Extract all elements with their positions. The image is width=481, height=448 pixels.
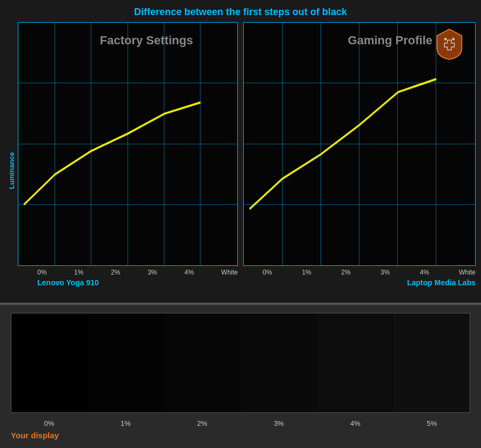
chart-inner-factory: 3% 2% 1% 0% Factory Settings 0%	[18, 22, 238, 287]
x-axis-labels-factory: 0% 1% 2% 3% 4% White	[18, 269, 238, 276]
your-display-area	[11, 313, 470, 413]
chart-factory: Luminance	[5, 22, 238, 287]
chart-inner-gaming: 3% 2% 1% 0% Gaming Profile	[243, 22, 476, 287]
factory-device-label: Lenovo Yoga 910	[37, 278, 99, 287]
chart-plot-gaming: 3% 2% 1% 0% Gaming Profile	[243, 22, 476, 266]
y-axis-label-factory: Luminance	[5, 22, 18, 287]
chart-plot-factory: 3% 2% 1% 0% Factory Settings	[18, 22, 238, 266]
chart-title: Difference between the first steps out o…	[0, 0, 481, 22]
gaming-white-label: White	[459, 269, 476, 276]
display-x-labels: 0% 1% 2% 3% 4% 5%	[11, 418, 470, 429]
factory-bottom-labels: Lenovo Yoga 910	[18, 278, 238, 287]
gaming-device-label: Laptop Media Labs	[407, 278, 476, 287]
chart-gaming: 3% 2% 1% 0% Gaming Profile	[243, 22, 476, 287]
charts-container: Luminance	[0, 22, 481, 287]
gaming-bottom-labels: Laptop Media Labs	[243, 278, 476, 287]
bottom-section: 0% 1% 2% 3% 4% 5% Your display	[0, 305, 481, 448]
factory-line-chart	[18, 23, 237, 265]
top-section: Difference between the first steps out o…	[0, 0, 481, 303]
gaming-line-chart	[244, 23, 475, 265]
factory-white-label: White	[221, 269, 238, 276]
x-axis-labels-gaming: 0% 1% 2% 3% 4% White	[243, 269, 476, 276]
your-display-label: Your display	[11, 431, 470, 440]
